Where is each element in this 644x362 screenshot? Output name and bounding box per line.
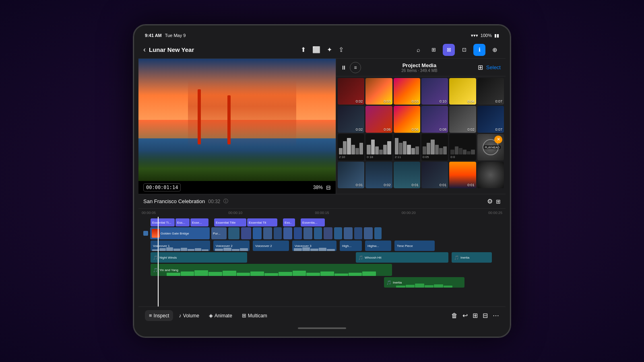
audio-clip[interactable]: Voiceover 2: [213, 241, 250, 251]
share-button[interactable]: ⬆: [301, 46, 306, 53]
media-thumb[interactable]: 0:07: [477, 106, 504, 132]
media-pause-button[interactable]: ⏸: [341, 64, 347, 71]
media-thumb[interactable]: 0:01: [338, 162, 364, 188]
media-thumb[interactable]: [477, 162, 504, 188]
title-clip[interactable]: Ess...: [175, 218, 190, 226]
photos-button[interactable]: ⊠: [443, 44, 455, 56]
media-thumb[interactable]: 0:10: [421, 78, 448, 105]
video-clip[interactable]: [374, 227, 382, 239]
magic-button[interactable]: ✦: [327, 46, 332, 53]
title-clip[interactable]: Essential Title: [214, 218, 246, 226]
video-clip[interactable]: [364, 227, 373, 239]
media-thumb[interactable]: 0:18: [365, 134, 392, 160]
media-filter-button[interactable]: ≡: [350, 62, 361, 73]
volume-icon: ♪: [179, 313, 182, 319]
media-thumb[interactable]: 0:02: [338, 106, 364, 132]
title-clip[interactable]: Essential Ti...: [151, 218, 175, 226]
remove-track-button[interactable]: ⊟: [483, 312, 488, 319]
more-options-button[interactable]: ⋯: [493, 312, 499, 319]
titles-track: Essential Ti... Ess... Esse... Essential…: [142, 218, 502, 226]
title-clip[interactable]: Essentia...: [301, 218, 325, 226]
audio-clip[interactable]: 🎵 Whoosh Hit: [356, 252, 448, 263]
undo-button[interactable]: ↩: [462, 312, 468, 319]
audio-clip[interactable]: Highw...: [365, 241, 391, 251]
timeline-tracks[interactable]: Essential Ti... Ess... Esse... Essential…: [138, 217, 506, 306]
audio-clip[interactable]: Time Piece: [394, 241, 435, 251]
zoom-icon[interactable]: ⊟: [326, 184, 331, 191]
search-button[interactable]: ⌕: [412, 44, 424, 56]
media-thumb[interactable]: 0:0: [449, 134, 476, 160]
video-clip[interactable]: [294, 227, 302, 239]
timeline-duration: 00:32: [208, 199, 220, 204]
clip-label: Voiceover 2: [255, 244, 272, 248]
audio-clip[interactable]: Voiceover 2: [253, 241, 289, 251]
back-button[interactable]: ‹: [143, 45, 146, 54]
media-thumb[interactable]: 0:05: [421, 134, 448, 160]
media-thumb[interactable]: 0:01: [394, 162, 420, 188]
video-clip[interactable]: [283, 227, 292, 239]
export-button[interactable]: ⇪: [339, 46, 344, 53]
media-grid-button[interactable]: ⊞: [478, 64, 483, 71]
audio-clip[interactable]: 🎵 Inertia: [384, 277, 464, 288]
video-clip[interactable]: [228, 227, 239, 239]
video-clip[interactable]: [314, 227, 322, 239]
media-thumb[interactable]: 2:11: [394, 134, 420, 160]
multicam-button[interactable]: ⊞ Multicam: [238, 310, 271, 321]
more-button[interactable]: ⊕: [489, 44, 501, 56]
media-thumb[interactable]: 0:01: [421, 162, 448, 188]
video-clip[interactable]: [303, 227, 312, 239]
media-browser-button[interactable]: ⊡: [458, 44, 470, 56]
ipad-device: 9:41 AM Tue May 9 ▾▾▾ 100% ▮▮ ‹ Lunar Ne…: [133, 24, 511, 338]
title-clip[interactable]: Ess..: [283, 218, 295, 226]
media-thumb[interactable]: 0:06: [365, 106, 392, 132]
video-clip[interactable]: [354, 227, 362, 239]
media-thumb[interactable]: 0:08: [421, 106, 448, 132]
title-clip[interactable]: Essential Tit: [247, 218, 277, 226]
media-thumb[interactable]: 0:03: [394, 78, 420, 105]
volume-button[interactable]: ♪ Volume: [175, 310, 203, 321]
video-clip[interactable]: [253, 227, 262, 239]
video-clip[interactable]: [344, 227, 353, 239]
media-thumb[interactable]: 0:07: [477, 78, 504, 105]
grass-bg: [138, 150, 336, 181]
add-track-button[interactable]: ⊞: [473, 312, 478, 319]
media-thumb[interactable]: 0:02: [365, 162, 392, 188]
audio-clip[interactable]: High...: [340, 241, 362, 251]
media-browser: ⏸ ≡ Project Media 26 Items · 349.4 MB ⊞ …: [336, 59, 506, 194]
media-thumb[interactable]: 0:04: [449, 78, 476, 105]
media-thumb[interactable]: 0:01: [449, 162, 476, 188]
video-clip[interactable]: Pur...: [211, 227, 227, 239]
info-button[interactable]: ℹ: [473, 44, 485, 56]
timeline-info-button[interactable]: ⓘ: [223, 198, 228, 205]
media-thumb-dial[interactable]: PLAYHEAD ✕: [477, 134, 504, 160]
trash-button[interactable]: 🗑: [451, 312, 458, 319]
video-clip[interactable]: [334, 227, 342, 239]
timeline-adjust-button[interactable]: ⚙: [487, 197, 493, 205]
media-thumb[interactable]: 0:03: [365, 78, 392, 105]
title-clip[interactable]: Esse...: [190, 218, 208, 226]
media-select-button[interactable]: Select: [486, 64, 501, 70]
audio-clip[interactable]: Voiceover 3: [292, 241, 336, 251]
media-thumb[interactable]: 0:02: [338, 78, 364, 105]
audio-clip[interactable]: 🎵 Inertia: [452, 252, 492, 263]
clip-label: Inertia: [460, 256, 469, 259]
animate-button[interactable]: ◈ Animate: [205, 310, 236, 321]
video-clip[interactable]: [241, 227, 251, 239]
audio-clip[interactable]: 🎵 Night Winds: [151, 252, 247, 263]
media-thumb[interactable]: 0:06: [394, 106, 420, 132]
audio-clip[interactable]: Voiceover 1: [151, 241, 210, 251]
dial-close-button[interactable]: ✕: [494, 136, 502, 144]
camera-button[interactable]: ⬜: [312, 46, 320, 53]
status-date: Tue May 9: [165, 33, 186, 38]
timeline-settings-button[interactable]: ⊞: [496, 198, 501, 205]
video-clip[interactable]: [263, 227, 272, 239]
audio-clip[interactable]: 🎵 Yin and Yang: [151, 264, 392, 276]
inspect-button[interactable]: ≡ Inspect: [145, 310, 173, 321]
layout-button[interactable]: ⊞: [427, 44, 440, 56]
clip-label: High...: [342, 244, 351, 248]
video-clip[interactable]: [274, 227, 282, 239]
media-thumb[interactable]: 0:02: [449, 106, 476, 132]
video-clip[interactable]: [324, 227, 332, 239]
video-clip[interactable]: Golden Gate Bridge: [150, 227, 210, 239]
media-thumb[interactable]: 2:10: [338, 134, 364, 160]
